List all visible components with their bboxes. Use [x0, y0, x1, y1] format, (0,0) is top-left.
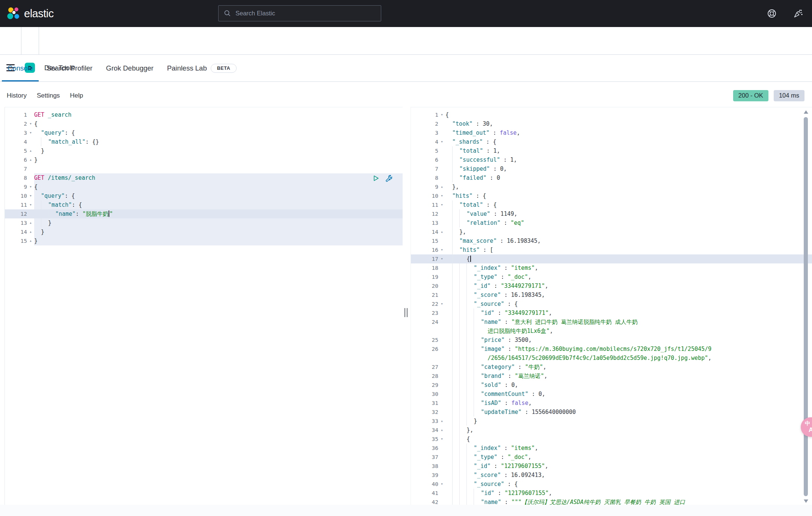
code-line-wrap[interactable]: /2656/164517/5c20699dE9b7f4c9c/1a05e9bdd…: [411, 354, 812, 363]
code-line-10[interactable]: 10▾"query": {: [5, 191, 403, 200]
code-line-7[interactable]: 7"skipped" : 0,: [411, 164, 812, 173]
tab-grok-debugger[interactable]: Grok Debugger: [100, 55, 159, 81]
code-line-40[interactable]: 40▾"_source" : {: [411, 480, 812, 489]
fold-toggle-icon[interactable]: ▴: [27, 227, 34, 236]
code-line-13[interactable]: 13"relation" : "eq": [411, 218, 812, 227]
code-line-12[interactable]: 12"value" : 1149,: [411, 209, 812, 218]
fold-toggle-icon[interactable]: ▾: [27, 128, 34, 137]
code-line-41[interactable]: 41"id" : "12179607155",: [411, 489, 812, 498]
code-line-39[interactable]: 39"_score" : 16.092413,: [411, 471, 812, 480]
code-line-1[interactable]: 1GET _search: [5, 110, 403, 119]
fold-toggle-icon[interactable]: ▾: [438, 137, 445, 146]
request-options-icon[interactable]: [385, 175, 392, 184]
fold-toggle-icon[interactable]: ▴: [438, 227, 445, 236]
code-line-21[interactable]: 21"_score" : 16.198345,: [411, 290, 812, 299]
code-line-9[interactable]: 9▾{: [5, 182, 403, 191]
fold-toggle-icon[interactable]: ▾: [438, 200, 445, 209]
code-line-wrap[interactable]: 进口脱脂纯牛奶1Lx6盒",: [411, 326, 812, 335]
code-line-33[interactable]: 33▴}: [411, 417, 812, 426]
fold-toggle-icon[interactable]: ▾: [438, 480, 445, 489]
response-viewer[interactable]: 1▾{2"took" : 30,3"timed_out" : false,4▾"…: [411, 107, 812, 505]
fold-toggle-icon[interactable]: ▾: [438, 110, 445, 119]
tab-console[interactable]: Console: [2, 55, 39, 81]
code-line-8[interactable]: 8GET /items/_search: [5, 173, 403, 182]
fold-toggle-icon[interactable]: ▾: [438, 245, 445, 254]
scroll-up-arrow[interactable]: [804, 110, 808, 114]
code-line-37[interactable]: 37"_type" : "_doc",: [411, 453, 812, 462]
code-line-24[interactable]: 24"name" : "意大利 进口牛奶 葛兰纳诺脱脂纯牛奶 成人牛奶: [411, 317, 812, 326]
code-line-3[interactable]: 3▾"query": {: [5, 128, 403, 137]
code-line-4[interactable]: 4"match_all": {}: [5, 137, 403, 146]
code-line-20[interactable]: 20"_id" : "33449279171",: [411, 281, 812, 290]
search-input[interactable]: [235, 9, 371, 17]
fold-toggle-icon[interactable]: ▴: [438, 182, 445, 191]
code-line-13[interactable]: 13▴}: [5, 218, 403, 227]
code-line-1[interactable]: 1▾{: [411, 110, 812, 119]
fold-toggle-icon[interactable]: ▴: [27, 146, 34, 155]
fold-toggle-icon[interactable]: ▾: [27, 182, 34, 191]
code-line-16[interactable]: 16▾"hits" : [: [411, 245, 812, 254]
fold-toggle-icon[interactable]: ▾: [27, 191, 34, 200]
scrollbar-thumb[interactable]: [804, 117, 808, 496]
fold-toggle-icon[interactable]: ▾: [27, 119, 34, 128]
code-line-19[interactable]: 19"_type" : "_doc",: [411, 272, 812, 281]
elastic-logo[interactable]: [7, 7, 20, 20]
global-search[interactable]: [218, 5, 381, 21]
fold-toggle-icon[interactable]: ▾: [27, 200, 34, 209]
code-line-2[interactable]: 2"took" : 30,: [411, 119, 812, 128]
code-line-22[interactable]: 22▾"_source" : {: [411, 299, 812, 308]
code-line-42[interactable]: 42"name" : """【沃尔玛】艾思达/ASDA纯牛奶 灭菌乳 早餐奶 牛…: [411, 498, 812, 505]
code-line-15[interactable]: 15"max_score" : 16.198345,: [411, 236, 812, 245]
code-line-29[interactable]: 29"sold" : 0,: [411, 381, 812, 390]
pane-resize-handle[interactable]: [404, 308, 408, 317]
code-line-4[interactable]: 4▾"_shards" : {: [411, 137, 812, 146]
code-line-18[interactable]: 18"_index" : "items",: [411, 263, 812, 272]
code-line-27[interactable]: 27"category" : "牛奶",: [411, 363, 812, 372]
menu-help[interactable]: Help: [70, 92, 83, 99]
code-line-28[interactable]: 28"brand" : "葛兰纳诺",: [411, 372, 812, 381]
code-line-2[interactable]: 2▾{: [5, 119, 403, 128]
fold-toggle-icon[interactable]: ▴: [27, 155, 34, 164]
code-line-23[interactable]: 23"id" : "33449279171",: [411, 308, 812, 317]
code-line-5[interactable]: 5"total" : 1,: [411, 146, 812, 155]
code-line-3[interactable]: 3"timed_out" : false,: [411, 128, 812, 137]
fold-toggle-icon[interactable]: ▴: [27, 236, 34, 245]
code-line-11[interactable]: 11▾"match": {: [5, 200, 403, 209]
code-line-26[interactable]: 26"image" : "https://m.360buyimg.com/mob…: [411, 345, 812, 354]
code-line-25[interactable]: 25"price" : 3500,: [411, 335, 812, 345]
code-line-11[interactable]: 11▾"total" : {: [411, 200, 812, 209]
tab-search-profiler[interactable]: Search Profiler: [41, 55, 98, 81]
fold-toggle-icon[interactable]: ▾: [438, 299, 445, 308]
code-line-6[interactable]: 6▴}: [5, 155, 403, 164]
code-line-9[interactable]: 9▴},: [411, 182, 812, 191]
code-line-34[interactable]: 34▴},: [411, 426, 812, 435]
code-line-30[interactable]: 30"commentCount" : 0,: [411, 390, 812, 399]
fold-toggle-icon[interactable]: ▾: [438, 254, 445, 263]
code-line-32[interactable]: 32"updateTime" : 1556640000000: [411, 408, 812, 417]
fold-toggle-icon[interactable]: ▴: [438, 417, 445, 426]
code-line-10[interactable]: 10▾"hits" : {: [411, 191, 812, 200]
fold-toggle-icon[interactable]: ▾: [438, 191, 445, 200]
send-request-icon[interactable]: [372, 175, 380, 184]
request-editor[interactable]: 1GET _search2▾{3▾"query": {4"match_all":…: [5, 107, 403, 505]
help-icon[interactable]: [767, 9, 777, 18]
code-line-35[interactable]: 35▾{: [411, 435, 812, 444]
code-line-5[interactable]: 5▴}: [5, 146, 403, 155]
brand-wordmark[interactable]: elastic: [24, 7, 54, 20]
scroll-down-arrow[interactable]: [804, 499, 808, 503]
news-icon[interactable]: [793, 9, 803, 18]
code-line-38[interactable]: 38"_id" : "12179607155",: [411, 462, 812, 471]
code-line-17[interactable]: 17▾{: [411, 254, 812, 263]
code-line-14[interactable]: 14▴},: [411, 227, 812, 236]
code-line-14[interactable]: 14▴}: [5, 227, 403, 236]
tab-painless-lab[interactable]: Painless Lab BETA: [161, 55, 242, 81]
code-line-36[interactable]: 36"_index" : "items",: [411, 444, 812, 453]
code-line-8[interactable]: 8"failed" : 0: [411, 173, 812, 182]
code-line-12[interactable]: 12"name": "脱脂牛奶": [5, 209, 403, 218]
code-line-15[interactable]: 15▴}: [5, 236, 403, 245]
code-line-6[interactable]: 6"successful" : 1,: [411, 155, 812, 164]
code-line-7[interactable]: 7: [5, 164, 403, 173]
fold-toggle-icon[interactable]: ▴: [438, 426, 445, 435]
fold-toggle-icon[interactable]: ▴: [27, 218, 34, 227]
menu-history[interactable]: History: [7, 92, 27, 99]
